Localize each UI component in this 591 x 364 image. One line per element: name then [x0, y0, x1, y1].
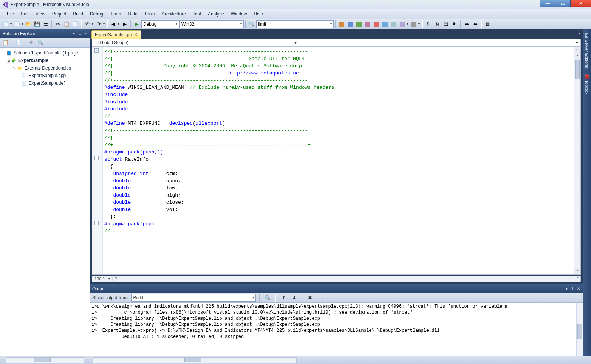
show-from-combo[interactable]: Build▾ — [131, 294, 256, 302]
paste-icon[interactable]: 📄 — [71, 20, 79, 28]
bookmark-icon[interactable]: ▤ — [442, 20, 450, 28]
server-explorer-tab[interactable]: 🗄Server Explorer — [584, 31, 590, 71]
se-refresh-icon[interactable]: ⚛ — [27, 39, 36, 47]
tree-folder-node[interactable]: ▷📁 External Dependencies — [0, 64, 90, 72]
tb-icon-e[interactable] — [372, 20, 381, 28]
tb-icon-i[interactable] — [410, 20, 418, 28]
find-combo[interactable]: limit▾ — [256, 20, 334, 28]
scroll-right-icon[interactable]: ▸ — [574, 276, 580, 282]
redo-icon[interactable]: ↷ — [94, 20, 103, 28]
tb-text-a2[interactable]: A² — [450, 20, 459, 28]
editor-hscrollbar[interactable]: ◂ ▸ — [113, 276, 580, 282]
fold-icon[interactable]: − — [94, 48, 99, 53]
nav-back-icon[interactable]: ◀ — [109, 20, 118, 28]
tb-icon-b[interactable] — [346, 20, 354, 28]
menu-edit[interactable]: Edit — [18, 11, 32, 17]
output-text[interactable]: 1>d:\wrk\design ea and indicators mt4\mt… — [90, 303, 583, 356]
close-button[interactable]: ✕ — [570, 0, 591, 7]
solution-tree[interactable]: 📘 Solution 'ExpertSample' (1 proje ◢🧩 Ex… — [0, 48, 90, 356]
tree-file-node[interactable]: 📄 ExpertSample.def — [0, 79, 90, 87]
config-combo[interactable]: Debug▾ — [141, 20, 179, 28]
scroll-split-icon[interactable]: ▭ — [574, 47, 580, 53]
menu-help[interactable]: Help — [251, 11, 266, 17]
save-icon[interactable]: 💾 — [33, 20, 41, 28]
tb-icon-f[interactable] — [381, 20, 389, 28]
fold-icon[interactable]: − — [94, 221, 99, 225]
new-project-icon[interactable]: 📄 — [2, 20, 10, 28]
find-in-files-icon[interactable]: 🔍 — [248, 20, 256, 28]
scope-combo[interactable]: (Global Scope)▾ — [92, 39, 299, 46]
se-show-all-icon[interactable]: 📄 — [14, 39, 23, 47]
panel-menu-icon[interactable]: ▾ — [71, 30, 77, 36]
minimize-button[interactable]: — — [540, 0, 555, 7]
scroll-down-icon[interactable]: ▾ — [574, 268, 580, 274]
panel-close-icon[interactable]: ✕ — [576, 285, 582, 291]
se-view-code-icon[interactable]: 🔍 — [36, 39, 45, 47]
status-hscroll-1[interactable] — [6, 357, 84, 363]
tb-icon-end[interactable]: ▦ — [483, 20, 492, 28]
scroll-up-icon[interactable]: ▴ — [574, 53, 580, 59]
scroll-left-icon[interactable]: ◂ — [113, 276, 119, 282]
menu-view[interactable]: View — [32, 11, 48, 17]
scroll-thumb[interactable] — [575, 60, 580, 79]
menu-file[interactable]: File — [4, 11, 17, 17]
menu-debug[interactable]: Debug — [87, 11, 106, 17]
out-clear-icon[interactable]: ✖ — [306, 294, 314, 302]
tb-icon-g[interactable] — [390, 20, 398, 28]
status-hscroll-2[interactable] — [93, 357, 297, 363]
toolbox-tab[interactable]: 🧰Toolbox — [583, 71, 591, 97]
code-content[interactable]: //+-------------------------------------… — [103, 47, 574, 274]
menu-window[interactable]: Window — [228, 11, 250, 17]
maximize-button[interactable]: ▭ — [555, 0, 570, 7]
tb-icon-c[interactable] — [355, 20, 363, 28]
copy-icon[interactable]: 📋 — [62, 20, 71, 28]
code-editor[interactable]: − − − //+-------------------------------… — [92, 47, 581, 275]
platform-combo[interactable]: Win32▾ — [179, 20, 244, 28]
tree-solution-node[interactable]: 📘 Solution 'ExpertSample' (1 proje — [0, 49, 90, 57]
start-debug-icon[interactable]: ▶ — [133, 20, 141, 28]
out-prev-icon[interactable]: ⬆ — [279, 294, 288, 302]
add-item-icon[interactable]: 📄 — [13, 20, 21, 28]
zoom-combo[interactable]: 100 %▾ — [92, 277, 113, 281]
menu-team[interactable]: Team — [107, 11, 124, 17]
expand-icon[interactable]: ▷ — [12, 66, 17, 70]
menu-build[interactable]: Build — [70, 11, 86, 17]
tb-icon-a[interactable] — [337, 20, 346, 28]
indent-icon[interactable]: ➡ — [463, 20, 471, 28]
comment-icon[interactable]: ⎘ — [424, 20, 433, 28]
outdent-icon[interactable]: ⬅ — [471, 20, 480, 28]
uncomment-icon[interactable]: ⎗ — [433, 20, 441, 28]
tree-project-node[interactable]: ◢🧩 ExpertSample — [0, 57, 90, 64]
collapse-icon[interactable]: ◢ — [6, 59, 11, 63]
out-next-icon[interactable]: ⬇ — [290, 294, 298, 302]
save-all-icon[interactable]: 🗃 — [42, 20, 50, 28]
output-header[interactable]: Output ▾ ⊥ ✕ — [90, 285, 583, 293]
panel-close-icon[interactable]: ✕ — [83, 30, 89, 36]
open-file-icon[interactable]: 📂 — [24, 20, 32, 28]
out-find-icon[interactable]: 🔍 — [263, 294, 272, 302]
tb-icon-h[interactable] — [398, 20, 407, 28]
cut-icon[interactable]: ✂ — [54, 20, 62, 28]
panel-pin-icon[interactable]: ⊥ — [569, 285, 576, 291]
editor-gutter[interactable]: − − − — [92, 47, 103, 274]
undo-icon[interactable]: ↶ — [83, 20, 91, 28]
tab-menu-icon[interactable]: ▾ — [579, 31, 580, 35]
menu-data[interactable]: Data — [125, 11, 141, 17]
solution-explorer-header[interactable]: Solution Explorer ▾ ⊥ ✕ — [0, 29, 90, 38]
output-vscrollbar[interactable] — [576, 303, 583, 356]
se-properties-icon[interactable]: 📋 — [2, 39, 10, 47]
member-combo[interactable]: ▾ — [299, 39, 580, 46]
panel-menu-icon[interactable]: ▾ — [563, 285, 569, 291]
tree-file-node[interactable]: 📄 ExpertSample.cpp — [0, 72, 90, 79]
menu-project[interactable]: Project — [49, 11, 69, 17]
menu-analyze[interactable]: Analyze — [205, 11, 227, 17]
fold-icon[interactable]: − — [94, 156, 99, 160]
editor-vscrollbar[interactable]: ▭ ▴ ▾ — [574, 47, 580, 274]
menu-architecture[interactable]: Architecture — [159, 11, 189, 17]
panel-pin-icon[interactable]: ⊥ — [77, 30, 83, 36]
nav-fwd-icon[interactable]: ▶ — [121, 20, 129, 28]
menu-tools[interactable]: Tools — [141, 11, 158, 17]
out-wrap-icon[interactable]: ▭ — [316, 294, 325, 302]
menu-test[interactable]: Test — [190, 11, 204, 17]
document-tab-active[interactable]: ExpertSample.cpp ✕ — [91, 30, 141, 39]
